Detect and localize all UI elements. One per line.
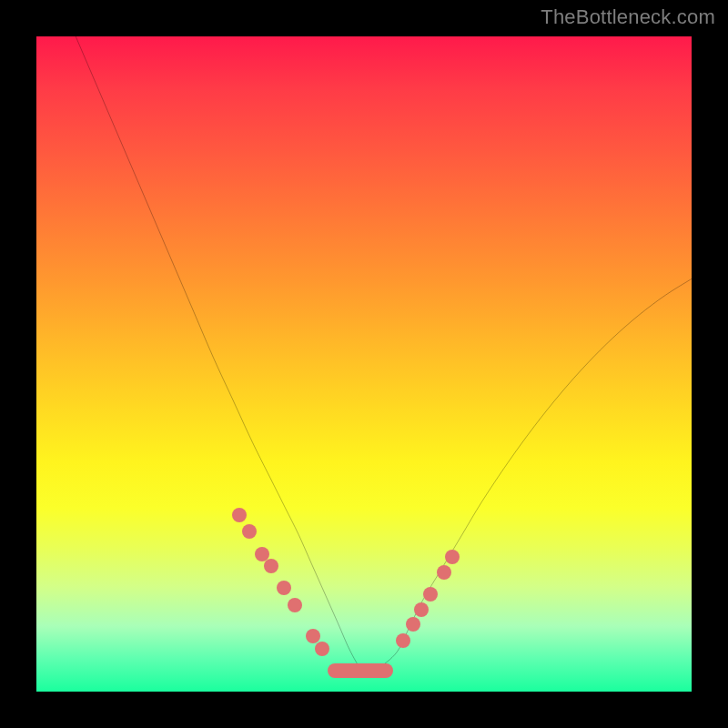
marker-dot <box>445 550 460 564</box>
marker-dot <box>396 633 410 648</box>
marker-dot <box>423 587 438 602</box>
marker-dot <box>277 581 291 595</box>
marker-dot <box>315 642 329 656</box>
outer-frame: TheBottleneck.com <box>0 0 728 728</box>
floor-bar <box>328 663 393 678</box>
dots-layer <box>36 36 692 692</box>
marker-dot <box>264 559 278 573</box>
marker-dot <box>232 508 247 522</box>
marker-dot <box>406 617 420 632</box>
plot-area <box>36 36 692 692</box>
watermark-text: TheBottleneck.com <box>541 5 715 29</box>
marker-dot <box>242 524 257 539</box>
marker-dot <box>414 602 429 617</box>
marker-dot <box>288 598 302 612</box>
marker-dot <box>306 629 320 643</box>
marker-dot <box>437 565 451 580</box>
